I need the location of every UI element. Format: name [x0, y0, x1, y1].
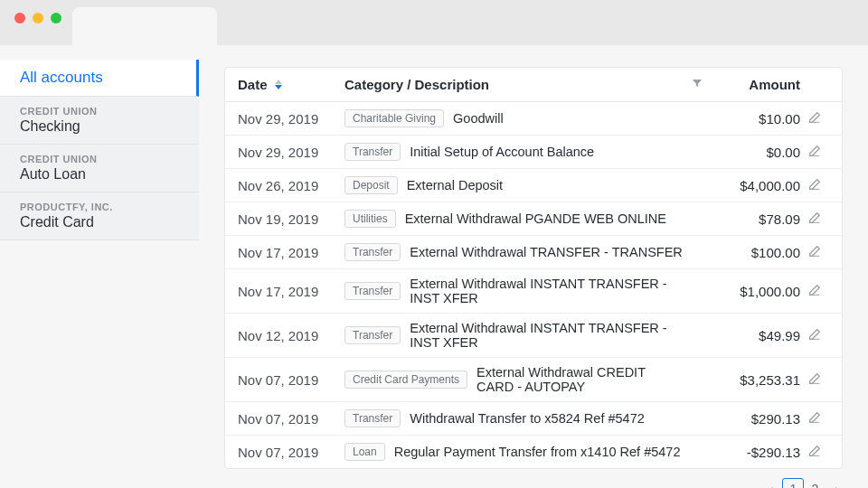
description-text: External Deposit: [407, 178, 503, 192]
header-filter[interactable]: [684, 77, 710, 92]
cell-amount: $1,000.00: [710, 284, 800, 299]
description-text: External Withdrawal INSTANT TRANSFER - I…: [410, 277, 684, 305]
cell-category: Transfer External Withdrawal INSTANT TRA…: [344, 321, 684, 350]
cell-date: Nov 12, 2019: [238, 328, 344, 343]
description-text: External Withdrawal INSTANT TRANSFER - I…: [410, 321, 684, 350]
header-category-label: Category / Description: [344, 77, 489, 92]
edit-icon[interactable]: [807, 444, 822, 458]
header-date[interactable]: Date: [238, 77, 344, 92]
category-badge[interactable]: Deposit: [344, 176, 398, 194]
table-row: Nov 17, 2019 Transfer External Withdrawa…: [225, 269, 842, 314]
table-row: Nov 29, 2019 Transfer Initial Setup of A…: [225, 136, 842, 169]
edit-icon[interactable]: [807, 283, 822, 297]
cell-amount: $78.09: [710, 211, 800, 227]
sidebar-institution: CREDIT UNION: [20, 106, 179, 117]
header-date-label: Date: [238, 77, 268, 92]
page-next[interactable]: ›: [831, 482, 843, 488]
category-badge[interactable]: Transfer: [344, 326, 401, 344]
category-badge[interactable]: Transfer: [344, 282, 401, 300]
category-badge[interactable]: Transfer: [344, 143, 401, 161]
table-row: Nov 07, 2019 Loan Regular Payment Transf…: [225, 436, 842, 468]
cell-date: Nov 07, 2019: [238, 411, 344, 427]
cell-date: Nov 07, 2019: [238, 445, 344, 460]
header-amount[interactable]: Amount: [710, 77, 800, 92]
cell-category: Transfer Initial Setup of Account Balanc…: [344, 143, 684, 161]
browser-toolbar: [0, 45, 868, 52]
sort-icon[interactable]: [275, 80, 282, 89]
maximize-window-button[interactable]: [51, 13, 61, 23]
cell-date: Nov 26, 2019: [238, 178, 344, 193]
sidebar-account-name: Auto Loan: [20, 166, 179, 183]
browser-tab[interactable]: [72, 7, 217, 45]
transactions-table: Date Category / Description Amount: [224, 67, 843, 469]
page-number[interactable]: 1: [782, 478, 804, 488]
cell-category: Deposit External Deposit: [344, 176, 684, 194]
cell-category: Charitable Giving Goodwill: [344, 109, 684, 127]
category-badge[interactable]: Transfer: [344, 243, 401, 261]
cell-date: Nov 17, 2019: [238, 284, 344, 299]
edit-icon[interactable]: [807, 110, 822, 125]
sidebar-item-all-accounts[interactable]: All accounts: [0, 60, 199, 97]
cell-amount: $290.13: [710, 411, 800, 427]
description-text: External Withdrawal CREDIT CARD - AUTOPA…: [476, 365, 684, 394]
sidebar-all-accounts-label: All accounts: [20, 69, 103, 86]
cell-category: Loan Regular Payment Transfer from x1410…: [344, 443, 684, 461]
content-panel: Date Category / Description Amount: [199, 52, 868, 488]
sidebar-item-account[interactable]: PRODUCTFY, INC. Credit Card: [0, 192, 199, 240]
sidebar-item-account[interactable]: CREDIT UNION Auto Loan: [0, 145, 199, 192]
cell-date: Nov 29, 2019: [238, 145, 344, 160]
category-badge[interactable]: Loan: [344, 443, 385, 461]
edit-icon[interactable]: [807, 371, 822, 386]
description-text: Regular Payment Transfer from x1410 Ref …: [394, 445, 681, 459]
page-prev[interactable]: ‹: [766, 482, 778, 488]
cell-amount: $100.00: [710, 245, 800, 260]
browser-chrome: [0, 0, 868, 45]
edit-icon[interactable]: [807, 327, 822, 342]
table-row: Nov 07, 2019 Transfer Withdrawal Transfe…: [225, 402, 842, 436]
description-text: Initial Setup of Account Balance: [410, 145, 594, 159]
page-number[interactable]: 2: [804, 478, 826, 488]
category-badge[interactable]: Transfer: [344, 409, 401, 427]
cell-date: Nov 29, 2019: [238, 111, 344, 127]
cell-date: Nov 19, 2019: [238, 211, 344, 227]
table-row: Nov 29, 2019 Charitable Giving Goodwill …: [225, 102, 842, 136]
close-window-button[interactable]: [14, 13, 25, 23]
cell-category: Transfer Withdrawal Transfer to x5824 Re…: [344, 409, 684, 427]
category-badge[interactable]: Utilities: [344, 210, 396, 228]
table-row: Nov 12, 2019 Transfer External Withdrawa…: [225, 314, 842, 358]
table-row: Nov 07, 2019 Credit Card Payments Extern…: [225, 358, 842, 402]
sidebar-item-account[interactable]: CREDIT UNION Checking: [0, 97, 199, 145]
header-amount-label: Amount: [749, 77, 800, 92]
description-text: Goodwill: [453, 111, 504, 126]
cell-date: Nov 17, 2019: [238, 245, 344, 260]
category-badge[interactable]: Credit Card Payments: [344, 371, 467, 389]
edit-icon[interactable]: [807, 244, 822, 258]
cell-amount: $10.00: [710, 111, 800, 127]
sidebar-account-name: Checking: [20, 118, 179, 135]
cell-date: Nov 07, 2019: [238, 372, 344, 388]
description-text: Withdrawal Transfer to x5824 Ref #5472: [410, 411, 645, 426]
sidebar: All accounts CREDIT UNION Checking CREDI…: [0, 52, 199, 488]
cell-amount: -$290.13: [710, 445, 800, 460]
pagination: ‹ 12 ›: [224, 478, 843, 488]
cell-category: Transfer External Withdrawal TRANSFER - …: [344, 243, 684, 261]
table-header-row: Date Category / Description Amount: [225, 68, 842, 102]
table-row: Nov 19, 2019 Utilities External Withdraw…: [225, 202, 842, 236]
sidebar-institution: CREDIT UNION: [20, 154, 179, 164]
cell-amount: $49.99: [710, 328, 800, 343]
minimize-window-button[interactable]: [33, 13, 43, 23]
traffic-lights: [14, 13, 61, 23]
edit-icon[interactable]: [807, 211, 822, 225]
header-category[interactable]: Category / Description: [344, 77, 684, 92]
cell-category: Credit Card Payments External Withdrawal…: [344, 365, 684, 394]
table-row: Nov 17, 2019 Transfer External Withdrawa…: [225, 236, 842, 269]
cell-category: Utilities External Withdrawal PGANDE WEB…: [344, 210, 684, 228]
filter-icon[interactable]: [691, 77, 703, 92]
edit-icon[interactable]: [807, 177, 822, 192]
cell-category: Transfer External Withdrawal INSTANT TRA…: [344, 277, 684, 305]
edit-icon[interactable]: [807, 144, 822, 158]
edit-icon[interactable]: [807, 410, 822, 425]
description-text: External Withdrawal TRANSFER - TRANSFER: [410, 245, 683, 259]
category-badge[interactable]: Charitable Giving: [344, 109, 444, 127]
sidebar-account-name: Credit Card: [20, 214, 179, 230]
